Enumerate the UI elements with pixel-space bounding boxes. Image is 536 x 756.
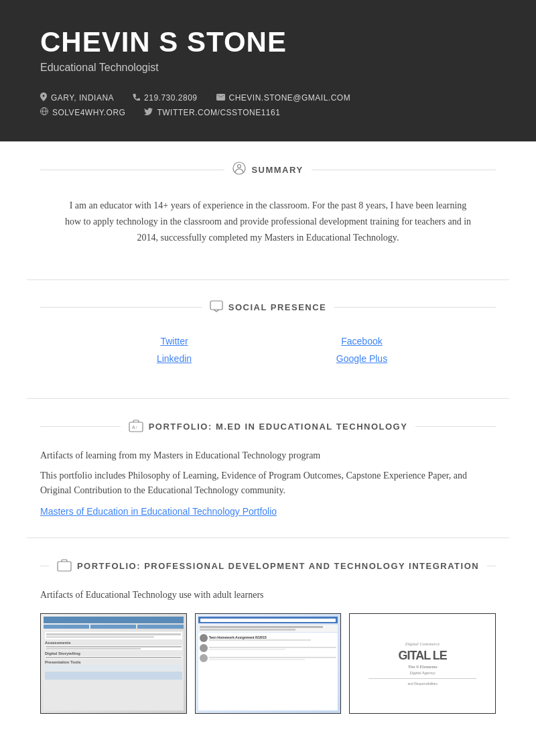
portfolio2-section: PORTFOLIO: PROFESSIONAL DEVELOPMENT AND … <box>0 538 536 734</box>
social-title-group: SOCIAL PRESENCE <box>210 300 327 315</box>
portfolio1-section: A↑ PORTFOLIO: M.ED IN EDUCATIONAL TECHNO… <box>0 399 536 538</box>
thumbnail-3: Digital Commerce GITAL LE The 9 Elements… <box>349 613 496 714</box>
header-section: CHEVIN S STONE Educational Technologist … <box>0 0 536 141</box>
summary-title: SUMMARY <box>251 165 303 175</box>
portfolio2-title-group: PORTFOLIO: PROFESSIONAL DEVELOPMENT AND … <box>57 558 479 574</box>
person-title: Educational Technologist <box>40 62 496 74</box>
email-text: CHEVIN.STONE@GMAIL.COM <box>229 93 351 103</box>
svg-point-4 <box>238 165 241 168</box>
summary-line-left <box>40 170 224 170</box>
portfolio2-line-right <box>487 566 496 566</box>
twitter-text: TWITTER.COM/CSSTONE1161 <box>157 108 280 117</box>
portfolio1-desc2: This portfolio includes Philosophy of Le… <box>40 468 496 499</box>
googleplus-link[interactable]: Google Plus <box>336 353 387 364</box>
location-icon <box>40 92 47 103</box>
portfolio1-line-left <box>40 426 121 427</box>
linkedin-link[interactable]: Linkedin <box>157 353 192 364</box>
main-content: SUMMARY I am an educator with 14+ years … <box>0 141 536 734</box>
person-name: CHEVIN S STONE <box>40 27 496 58</box>
social-title: SOCIAL PRESENCE <box>228 302 327 312</box>
email-item: CHEVIN.STONE@GMAIL.COM <box>216 93 351 103</box>
summary-header: SUMMARY <box>40 162 496 178</box>
portfolio2-title: PORTFOLIO: PROFESSIONAL DEVELOPMENT AND … <box>77 561 479 571</box>
thumb-3-content: Digital Commerce GITAL LE The 9 Elements… <box>350 614 495 713</box>
summary-title-group: SUMMARY <box>232 162 303 178</box>
portfolio1-title-group: A↑ PORTFOLIO: M.ED IN EDUCATIONAL TECHNO… <box>129 419 408 435</box>
portfolio1-title: PORTFOLIO: M.ED IN EDUCATIONAL TECHNOLOG… <box>149 422 408 432</box>
summary-text: I am an educator with 14+ years of exper… <box>60 191 476 259</box>
thumbnail-grid: Assessments Digital Storytelling Present… <box>40 613 496 714</box>
phone-icon <box>133 93 140 103</box>
social-links-grid: Twitter Linkedin Facebook Google Plus <box>40 328 496 378</box>
portfolio1-link[interactable]: Masters of Education in Educational Tech… <box>40 506 277 517</box>
contact-row-1: GARY, INDIANA 219.730.2809 CHEVIN.STONE@… <box>40 92 496 103</box>
social-right-col: Facebook Google Plus <box>268 335 456 365</box>
summary-icon <box>232 162 246 178</box>
location-text: GARY, INDIANA <box>51 93 114 103</box>
thumb-1-content: Assessments Digital Storytelling Present… <box>41 614 186 713</box>
summary-section: SUMMARY I am an educator with 14+ years … <box>0 141 536 279</box>
social-header: SOCIAL PRESENCE <box>40 300 496 315</box>
phone-text: 219.730.2809 <box>144 93 197 103</box>
thumbnail-2: Teen Homework Assignment 8/18/15 <box>195 613 342 714</box>
svg-rect-5 <box>210 301 222 310</box>
portfolio1-header: A↑ PORTFOLIO: M.ED IN EDUCATIONAL TECHNO… <box>40 419 496 435</box>
portfolio1-icon: A↑ <box>129 419 143 435</box>
portfolio2-line-left <box>40 566 49 566</box>
twitter-link[interactable]: Twitter <box>160 336 188 346</box>
social-section: SOCIAL PRESENCE Twitter Linkedin Faceboo… <box>0 280 536 398</box>
location-item: GARY, INDIANA <box>40 92 114 103</box>
portfolio1-line-right <box>415 426 496 427</box>
thumb-2-content: Teen Homework Assignment 8/18/15 <box>196 614 341 713</box>
thumbnail-1: Assessments Digital Storytelling Present… <box>40 613 187 714</box>
phone-item: 219.730.2809 <box>133 93 197 103</box>
website-icon <box>40 107 48 117</box>
website-text: SOLVE4WHY.ORG <box>52 108 125 117</box>
svg-rect-8 <box>58 562 71 571</box>
social-line-left <box>40 307 202 308</box>
facebook-link[interactable]: Facebook <box>341 336 382 346</box>
social-left-col: Twitter Linkedin <box>80 335 268 365</box>
contact-row-2: SOLVE4WHY.ORG TWITTER.COM/CSSTONE1161 <box>40 107 496 117</box>
social-icon <box>210 300 223 315</box>
website-item: SOLVE4WHY.ORG <box>40 107 125 117</box>
summary-line-right <box>312 170 496 170</box>
twitter-icon <box>144 108 153 117</box>
portfolio1-desc1: Artifacts of learning from my Masters in… <box>40 448 496 463</box>
portfolio2-header: PORTFOLIO: PROFESSIONAL DEVELOPMENT AND … <box>40 558 496 574</box>
portfolio2-icon <box>57 558 72 574</box>
email-icon <box>216 93 225 103</box>
portfolio2-desc1: Artifacts of Educational Technology use … <box>40 588 496 603</box>
contact-info: GARY, INDIANA 219.730.2809 CHEVIN.STONE@… <box>40 92 496 117</box>
twitter-item: TWITTER.COM/CSSTONE1161 <box>144 108 280 117</box>
social-line-right <box>334 307 496 308</box>
svg-text:A↑: A↑ <box>132 425 137 430</box>
